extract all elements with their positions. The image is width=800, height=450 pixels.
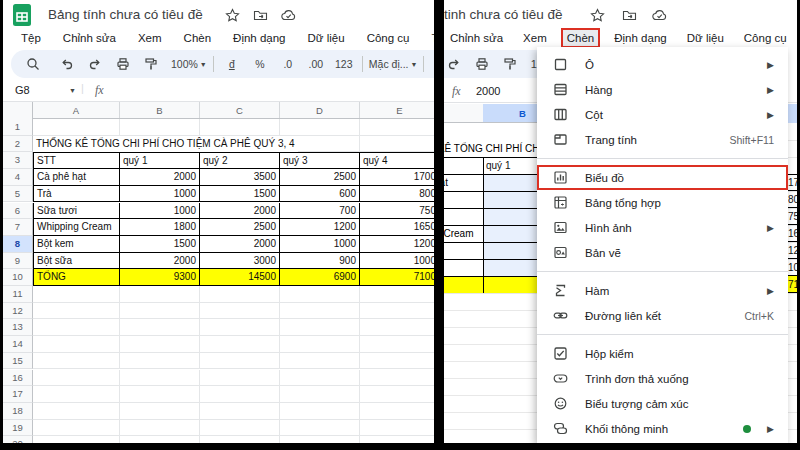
cell-D8[interactable]: 1000 (280, 236, 360, 253)
insert-menu-item-trinh-don-tha-xuong[interactable]: Trình đơn thả xuống (537, 366, 788, 391)
cell-D20[interactable] (280, 436, 360, 443)
cell-B12[interactable] (120, 303, 200, 320)
cell-A19[interactable] (33, 420, 120, 437)
row-header-6[interactable]: 6 (3, 203, 33, 220)
cell-D19[interactable] (280, 420, 360, 437)
cell-A1[interactable] (33, 119, 120, 136)
row-header-17[interactable]: 17 (3, 386, 33, 403)
cell-C10[interactable]: 14500 (200, 269, 280, 286)
increase-decimal-button[interactable]: .00 (304, 52, 328, 76)
paint-format-icon[interactable] (139, 52, 163, 76)
row-header-16[interactable]: 16 (3, 370, 33, 387)
cell-E7[interactable]: 1650 (360, 219, 434, 236)
insert-menu-item-ham[interactable]: Hàm▶ (537, 278, 788, 303)
cell-D5[interactable]: 600 (280, 186, 360, 203)
name-box-caret-icon[interactable]: ▼ (69, 87, 76, 94)
cell-E20[interactable] (360, 436, 434, 443)
cell-B1[interactable] (120, 119, 200, 136)
move-folder-icon[interactable] (622, 8, 637, 23)
font-select[interactable]: Mặc đị...▼ (369, 52, 418, 76)
cell-A14[interactable] (33, 336, 120, 353)
percent-format-button[interactable]: % (248, 52, 272, 76)
undo-icon[interactable] (55, 52, 79, 76)
cell-E7-sliver[interactable]: 1650 (788, 225, 797, 242)
cell-A4[interactable]: Cà phê hạt (33, 169, 120, 186)
column-header-a[interactable]: A (33, 102, 120, 118)
cell-A12[interactable] (33, 303, 120, 320)
document-title-clipped[interactable]: tinh chưa có tiêu đề (444, 7, 563, 22)
cell-B7[interactable]: 1800 (120, 219, 200, 236)
row-header-3[interactable]: 3 (3, 152, 33, 169)
star-icon[interactable] (225, 8, 240, 23)
row-header-18[interactable]: 18 (3, 403, 33, 420)
cell-E10[interactable]: 7100 (360, 269, 434, 286)
cell-A5[interactable]: Trà (33, 186, 120, 203)
cell-E19[interactable] (360, 420, 434, 437)
menu-chen[interactable]: Chèn (180, 30, 216, 46)
column-header-d[interactable]: D (280, 102, 360, 118)
cell-E12[interactable] (360, 303, 434, 320)
cell-E18[interactable] (360, 403, 434, 420)
paint-format-icon[interactable] (498, 52, 522, 76)
row-header-10[interactable]: 10 (3, 269, 33, 286)
cell-A20[interactable] (33, 436, 120, 443)
menu-chinh-sua[interactable]: Chỉnh sửa (446, 30, 507, 46)
cell-C17[interactable] (200, 386, 280, 403)
column-header-b[interactable]: B (120, 102, 200, 118)
cell-B10[interactable]: 9300 (120, 269, 200, 286)
cell-A9[interactable]: Bột sữa (33, 253, 120, 270)
cell-E9[interactable]: 1000 (360, 253, 434, 270)
row-header-19[interactable]: 19 (3, 420, 33, 437)
cell-E6[interactable]: 750 (360, 203, 434, 220)
cell-A3[interactable]: STT (33, 152, 120, 169)
cell-C18[interactable] (200, 403, 280, 420)
cell-A6[interactable]: Sữa tươi (33, 203, 120, 220)
cell-C19[interactable] (200, 420, 280, 437)
row-header-1[interactable]: 1 (3, 119, 33, 136)
cell-B17[interactable] (120, 386, 200, 403)
cell-C11[interactable] (200, 286, 280, 303)
cell-E4-sliver[interactable]: 1700 (788, 174, 797, 191)
cell-D11[interactable] (280, 286, 360, 303)
cell-E1[interactable] (360, 119, 434, 136)
cell-E13[interactable] (360, 319, 434, 336)
cell-C7[interactable]: 2500 (200, 219, 280, 236)
menu-dinh-dang[interactable]: Định dạng (229, 30, 289, 46)
cell-E15[interactable] (360, 353, 434, 370)
cell-D7[interactable]: 1200 (280, 219, 360, 236)
menu-xem[interactable]: Xem (519, 30, 551, 46)
row-header-14[interactable]: 14 (3, 336, 33, 353)
document-title[interactable]: Bảng tính chưa có tiêu đề (48, 7, 203, 22)
cell-A7-clipped[interactable]: Whipping Cream (444, 225, 483, 242)
cell-D10[interactable]: 6900 (280, 269, 360, 286)
zoom-select[interactable]: 100%▼ (171, 52, 207, 76)
cell-C15[interactable] (200, 353, 280, 370)
menu-chinh-sua[interactable]: Chỉnh sửa (59, 30, 120, 46)
cell-B11[interactable] (120, 286, 200, 303)
insert-menu-item-duong-lien-ket[interactable]: Đường liên kếtCtrl+K (537, 303, 788, 328)
cell-E4[interactable]: 1700 (360, 169, 434, 186)
cell-D4[interactable]: 2500 (280, 169, 360, 186)
row-header-13[interactable]: 13 (3, 319, 33, 336)
cell-E2[interactable] (360, 136, 434, 153)
menu-tien-ich-mo-rong[interactable]: Tiện ích mở rộng (427, 30, 434, 46)
cell-E6-sliver[interactable]: 750 (788, 208, 797, 225)
insert-menu-item-hang[interactable]: Hàng▶ (537, 77, 788, 102)
print-icon[interactable] (470, 52, 494, 76)
corner-box[interactable] (3, 102, 33, 119)
cell-E5[interactable]: 800 (360, 186, 434, 203)
redo-icon[interactable] (444, 52, 466, 76)
cell-D14[interactable] (280, 336, 360, 353)
cell-B8[interactable]: 1500 (120, 236, 200, 253)
cell-C8[interactable]: 2000 (200, 236, 280, 253)
insert-menu-item-khoi-thong-minh[interactable]: Khối thông minh▶ (537, 416, 788, 441)
menu-cong-cu[interactable]: Công cụ (740, 30, 791, 46)
row-header-9[interactable]: 9 (3, 253, 33, 270)
cell-D13[interactable] (280, 319, 360, 336)
cell-D9[interactable]: 900 (280, 253, 360, 270)
insert-menu-item-hop-kiem[interactable]: Hộp kiểm (537, 341, 788, 366)
cell-D15[interactable] (280, 353, 360, 370)
cell-D1[interactable] (280, 119, 360, 136)
row-header-11[interactable]: 11 (3, 286, 33, 303)
cell-D18[interactable] (280, 403, 360, 420)
